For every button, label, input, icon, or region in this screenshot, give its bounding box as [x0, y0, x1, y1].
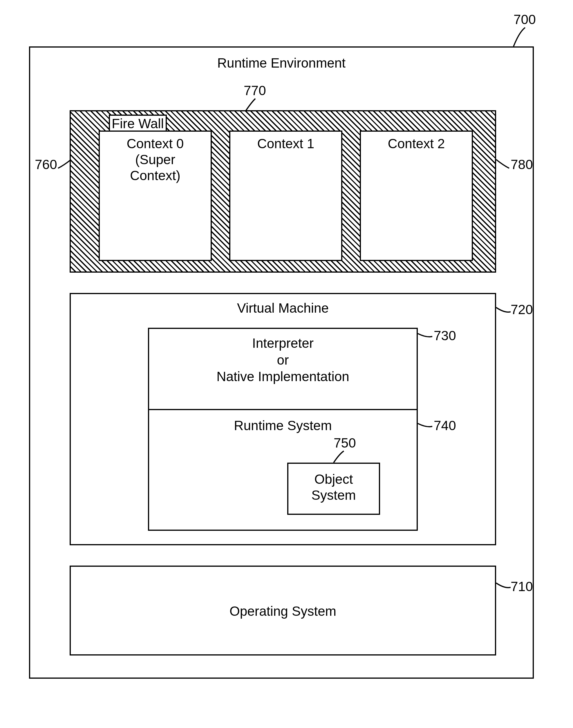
- leader-750: [331, 450, 348, 464]
- context-0-line2: (Super: [100, 152, 211, 168]
- ref-770: 770: [244, 83, 266, 98]
- ref-760: 760: [35, 157, 57, 172]
- firewall-label-strip: Fire Wall: [109, 115, 167, 131]
- context-1-box: Context 1: [229, 130, 342, 261]
- object-system-text: Object System: [287, 471, 380, 503]
- runtime-system-title: Runtime System: [148, 418, 418, 433]
- leader-730: [416, 329, 434, 344]
- leader-700: [508, 26, 531, 49]
- runtime-environment-title: Runtime Environment: [29, 55, 534, 71]
- interpreter-block: Interpreter or Native Implementation: [148, 335, 418, 385]
- ref-720: 720: [511, 302, 533, 317]
- interpreter-l1: Interpreter: [148, 335, 418, 352]
- ref-750: 750: [334, 435, 356, 451]
- ref-730: 730: [434, 328, 456, 343]
- ref-710: 710: [511, 579, 533, 594]
- diagram-canvas: 700 Runtime Environment 770 Fire Wall Co…: [12, 12, 561, 716]
- interpreter-l3: Native Implementation: [148, 368, 418, 385]
- context-0-line3: Context): [100, 168, 211, 184]
- ref-700: 700: [514, 12, 536, 27]
- ref-740: 740: [434, 418, 456, 433]
- leader-720: [495, 304, 512, 319]
- leader-740: [416, 419, 434, 434]
- vm-inner-divider: [148, 409, 418, 410]
- firewall-label: Fire Wall: [112, 116, 164, 131]
- leader-760: [57, 157, 74, 174]
- context-2-box: Context 2: [360, 130, 473, 261]
- context-0-line1: Context 0: [100, 136, 211, 152]
- virtual-machine-title: Virtual Machine: [70, 300, 496, 316]
- object-system-l1: Object: [287, 471, 380, 487]
- context-1-line1: Context 1: [230, 136, 341, 152]
- ref-780: 780: [511, 157, 533, 172]
- context-0-box: Context 0 (Super Context): [99, 130, 212, 261]
- leader-710: [495, 580, 512, 595]
- operating-system-title: Operating System: [70, 603, 496, 619]
- object-system-l2: System: [287, 487, 380, 503]
- interpreter-l2: or: [148, 352, 418, 369]
- leader-780: [493, 157, 511, 174]
- context-2-line1: Context 2: [361, 136, 472, 152]
